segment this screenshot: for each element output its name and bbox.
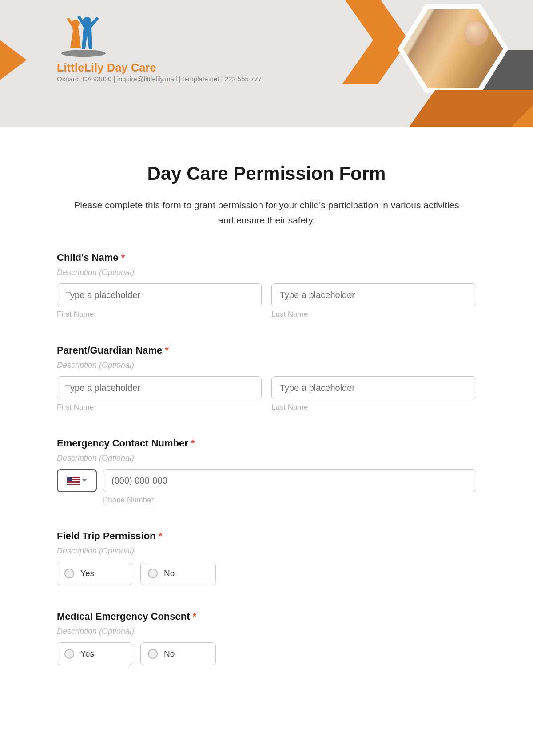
field-medical-consent: Medical Emergency Consent * Description … — [57, 611, 476, 665]
phone-number-input[interactable] — [103, 469, 476, 492]
radio-icon — [64, 649, 74, 659]
field-trip-yes-option[interactable]: Yes — [57, 562, 132, 585]
medical-no-label: No — [164, 649, 175, 659]
us-flag-icon — [67, 477, 80, 485]
field-child-name: Child's Name * Description (Optional) Fi… — [57, 252, 476, 319]
phone-country-select[interactable] — [57, 469, 97, 492]
decorative-chevron-left — [0, 40, 27, 80]
logo — [57, 13, 110, 58]
medical-description[interactable]: Description (Optional) — [57, 627, 476, 636]
parent-name-label: Parent/Guardian Name * — [57, 345, 476, 356]
decorative-wedge-bottom-right — [386, 90, 533, 127]
svg-point-0 — [61, 50, 106, 57]
field-trip-label-text: Field Trip Permission — [57, 530, 156, 541]
field-field-trip: Field Trip Permission * Description (Opt… — [57, 530, 476, 585]
required-mark: * — [121, 252, 125, 263]
child-first-name-input[interactable] — [57, 283, 262, 306]
hero-hex-photo-frame — [398, 4, 509, 93]
field-trip-yes-label: Yes — [80, 569, 94, 578]
header-banner: LittleLily Day Care Oxnard, CA 93030 | i… — [0, 0, 533, 127]
page-title: Day Care Permission Form — [57, 163, 476, 184]
page-intro: Please complete this form to grant permi… — [71, 198, 462, 227]
parent-last-name-sublabel: Last Name — [271, 403, 476, 412]
medical-yes-option[interactable]: Yes — [57, 642, 132, 665]
field-trip-description[interactable]: Description (Optional) — [57, 546, 476, 556]
emergency-label-text: Emergency Contact Number — [57, 438, 188, 449]
emergency-description[interactable]: Description (Optional) — [57, 454, 476, 463]
logo-icon — [57, 13, 110, 58]
child-first-name-sublabel: First Name — [57, 310, 262, 319]
parent-last-name-input[interactable] — [271, 376, 476, 399]
parent-first-name-input[interactable] — [57, 376, 262, 399]
child-last-name-sublabel: Last Name — [271, 310, 476, 319]
field-trip-no-option[interactable]: No — [140, 562, 216, 585]
child-name-label: Child's Name * — [57, 252, 476, 263]
parent-name-label-text: Parent/Guardian Name — [57, 345, 162, 356]
chevron-down-icon — [82, 479, 87, 482]
child-last-name-input[interactable] — [271, 283, 476, 306]
child-name-description[interactable]: Description (Optional) — [57, 268, 476, 277]
parent-name-description[interactable]: Description (Optional) — [57, 361, 476, 370]
medical-yes-label: Yes — [80, 649, 94, 659]
parent-first-name-sublabel: First Name — [57, 403, 262, 412]
required-mark: * — [165, 345, 169, 356]
radio-icon — [148, 649, 158, 659]
child-name-label-text: Child's Name — [57, 252, 119, 263]
field-trip-label: Field Trip Permission * — [57, 530, 476, 542]
form-content: Day Care Permission Form Please complete… — [0, 127, 533, 709]
required-mark: * — [159, 530, 163, 541]
medical-no-option[interactable]: No — [140, 642, 216, 665]
field-emergency-contact: Emergency Contact Number * Description (… — [57, 438, 476, 505]
phone-number-sublabel: Phone Number — [103, 496, 476, 505]
field-trip-no-label: No — [164, 569, 175, 578]
header-graphic-block — [329, 0, 533, 127]
hero-photo — [403, 9, 503, 88]
medical-label: Medical Emergency Consent * — [57, 611, 476, 622]
emergency-label: Emergency Contact Number * — [57, 438, 476, 449]
required-mark: * — [191, 438, 195, 449]
field-parent-name: Parent/Guardian Name * Description (Opti… — [57, 345, 476, 412]
radio-icon — [148, 569, 158, 578]
radio-icon — [64, 569, 74, 578]
required-mark: * — [193, 611, 197, 622]
medical-label-text: Medical Emergency Consent — [57, 611, 190, 622]
